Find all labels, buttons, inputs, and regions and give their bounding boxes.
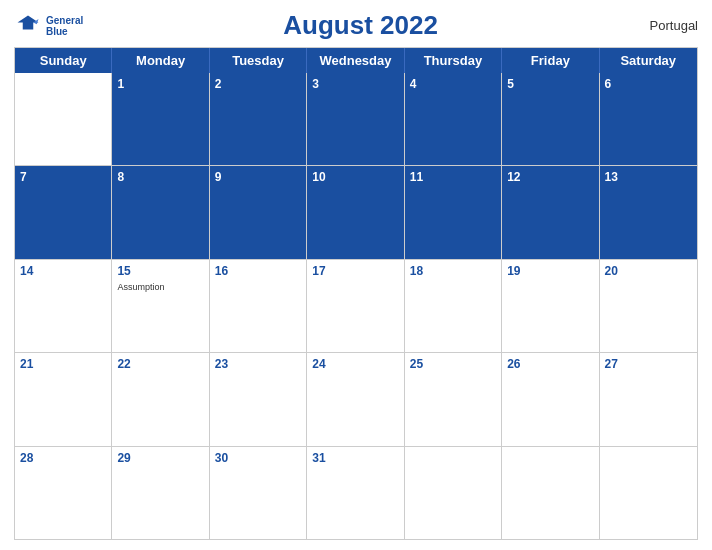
day-number: 19	[507, 263, 593, 280]
day-number: 3	[312, 76, 398, 93]
day-number: 28	[20, 450, 106, 467]
day-cell	[600, 447, 697, 539]
day-number: 8	[117, 169, 203, 186]
logo-icon	[14, 12, 42, 40]
weeks-container: 123456789101112131415Assumption161718192…	[15, 73, 697, 539]
header-thursday: Thursday	[405, 48, 502, 73]
day-headers-row: Sunday Monday Tuesday Wednesday Thursday…	[15, 48, 697, 73]
day-number: 5	[507, 76, 593, 93]
day-cell: 16	[210, 260, 307, 352]
day-cell	[502, 447, 599, 539]
day-number: 9	[215, 169, 301, 186]
day-number: 29	[117, 450, 203, 467]
calendar-title: August 2022	[83, 10, 638, 41]
day-cell	[15, 73, 112, 165]
header-friday: Friday	[502, 48, 599, 73]
header-tuesday: Tuesday	[210, 48, 307, 73]
header-monday: Monday	[112, 48, 209, 73]
week-row: 21222324252627	[15, 352, 697, 445]
holiday-label: Assumption	[117, 282, 203, 292]
day-cell: 18	[405, 260, 502, 352]
day-number: 20	[605, 263, 692, 280]
day-number: 23	[215, 356, 301, 373]
logo-text: General Blue	[46, 15, 83, 37]
day-cell: 30	[210, 447, 307, 539]
day-number: 21	[20, 356, 106, 373]
day-cell: 13	[600, 166, 697, 258]
day-number: 31	[312, 450, 398, 467]
header-wednesday: Wednesday	[307, 48, 404, 73]
week-row: 1415Assumption1617181920	[15, 259, 697, 352]
day-cell: 11	[405, 166, 502, 258]
day-cell: 23	[210, 353, 307, 445]
day-cell: 4	[405, 73, 502, 165]
day-number: 1	[117, 76, 203, 93]
day-cell: 31	[307, 447, 404, 539]
day-number: 12	[507, 169, 593, 186]
day-cell: 25	[405, 353, 502, 445]
day-number: 6	[605, 76, 692, 93]
calendar-grid: Sunday Monday Tuesday Wednesday Thursday…	[14, 47, 698, 540]
day-cell: 1	[112, 73, 209, 165]
day-cell	[405, 447, 502, 539]
day-cell: 3	[307, 73, 404, 165]
header-saturday: Saturday	[600, 48, 697, 73]
day-number: 15	[117, 263, 203, 280]
logo: General Blue	[14, 12, 83, 40]
day-number: 22	[117, 356, 203, 373]
day-number: 14	[20, 263, 106, 280]
day-cell: 14	[15, 260, 112, 352]
day-cell: 12	[502, 166, 599, 258]
day-cell: 22	[112, 353, 209, 445]
day-cell: 29	[112, 447, 209, 539]
day-number: 16	[215, 263, 301, 280]
week-row: 123456	[15, 73, 697, 165]
header: General Blue August 2022 Portugal	[14, 10, 698, 41]
day-cell: 20	[600, 260, 697, 352]
day-cell: 24	[307, 353, 404, 445]
day-cell: 5	[502, 73, 599, 165]
day-cell: 7	[15, 166, 112, 258]
day-number: 26	[507, 356, 593, 373]
day-number: 30	[215, 450, 301, 467]
day-cell: 6	[600, 73, 697, 165]
week-row: 78910111213	[15, 165, 697, 258]
day-cell: 2	[210, 73, 307, 165]
day-cell: 17	[307, 260, 404, 352]
day-cell: 21	[15, 353, 112, 445]
country-label: Portugal	[638, 18, 698, 33]
day-cell: 28	[15, 447, 112, 539]
day-number: 24	[312, 356, 398, 373]
day-number: 25	[410, 356, 496, 373]
day-cell: 27	[600, 353, 697, 445]
day-cell: 8	[112, 166, 209, 258]
day-number: 2	[215, 76, 301, 93]
day-number: 7	[20, 169, 106, 186]
day-number: 27	[605, 356, 692, 373]
day-number: 17	[312, 263, 398, 280]
day-cell: 19	[502, 260, 599, 352]
week-row: 28293031	[15, 446, 697, 539]
day-cell: 10	[307, 166, 404, 258]
header-sunday: Sunday	[15, 48, 112, 73]
day-cell: 26	[502, 353, 599, 445]
day-number: 10	[312, 169, 398, 186]
day-number: 18	[410, 263, 496, 280]
day-cell: 9	[210, 166, 307, 258]
day-number: 4	[410, 76, 496, 93]
day-number: 13	[605, 169, 692, 186]
day-number: 11	[410, 169, 496, 186]
calendar-page: General Blue August 2022 Portugal Sunday…	[0, 0, 712, 550]
day-cell: 15Assumption	[112, 260, 209, 352]
